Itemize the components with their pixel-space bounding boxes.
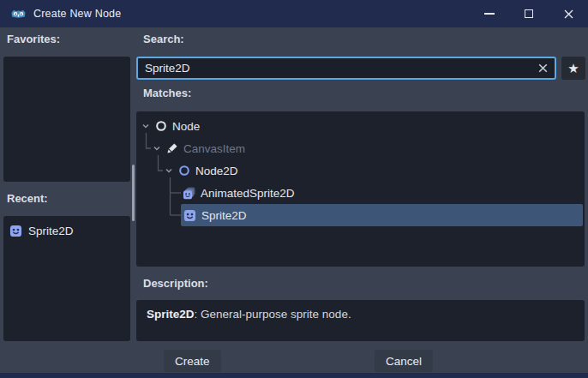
- maximize-icon: [525, 9, 533, 18]
- matches-tree: Node CanvasItem Node2D: [136, 111, 585, 267]
- favorites-list: [3, 57, 130, 182]
- recent-item-sprite2d[interactable]: Sprite2D: [3, 216, 130, 240]
- canvas-item-icon: [166, 142, 178, 154]
- node-icon: [155, 120, 167, 132]
- animated-sprite2d-icon: [183, 187, 195, 200]
- cancel-button[interactable]: Cancel: [375, 350, 433, 372]
- sprite2d-icon: [183, 209, 196, 222]
- titlebar: Create New Node: [0, 0, 588, 27]
- clear-search-icon[interactable]: [537, 63, 549, 74]
- chevron-down-icon[interactable]: [153, 144, 161, 153]
- window-title: Create New Node: [33, 8, 121, 20]
- tree-item-label: AnimatedSprite2D: [201, 187, 295, 200]
- recent-label: Recent:: [7, 192, 48, 205]
- description-class-name: Sprite2D: [147, 308, 195, 321]
- window-controls: [470, 0, 588, 27]
- panel-splitter-handle[interactable]: [132, 165, 135, 221]
- tree-item-label: Node2D: [195, 165, 238, 177]
- matches-label: Matches:: [143, 87, 191, 99]
- tree-item-sprite2d-selected[interactable]: Sprite2D: [181, 204, 583, 226]
- godot-logo-icon: [10, 7, 27, 21]
- description-label: Description:: [143, 277, 208, 290]
- favorites-label: Favorites:: [7, 33, 60, 45]
- tree-item-label: Node: [172, 120, 200, 133]
- favorite-toggle-button[interactable]: ★: [561, 57, 585, 80]
- star-icon: ★: [567, 62, 579, 75]
- description-text: Sprite2D: General-purpose sprite node.: [136, 300, 585, 328]
- close-icon: [563, 9, 574, 20]
- tree-item-node[interactable]: Node: [136, 115, 583, 137]
- window-bottom-border: [0, 373, 588, 378]
- description-panel: Sprite2D: General-purpose sprite node.: [136, 300, 585, 341]
- recent-list: Sprite2D: [3, 216, 130, 341]
- maximize-button[interactable]: [509, 0, 549, 27]
- description-body: : General-purpose sprite node.: [195, 308, 351, 321]
- node2d-icon: [178, 165, 190, 177]
- tree-item-canvasitem[interactable]: CanvasItem: [136, 137, 583, 159]
- close-button[interactable]: [549, 0, 588, 27]
- sprite2d-icon: [9, 225, 22, 237]
- create-new-node-dialog: Create New Node Favorites: Recent: Sprit…: [0, 0, 588, 378]
- minimize-icon: [484, 13, 495, 15]
- minimize-button[interactable]: [470, 0, 509, 27]
- chevron-down-icon[interactable]: [165, 166, 173, 175]
- chevron-down-icon[interactable]: [141, 122, 150, 130]
- tree-item-label: CanvasItem: [183, 142, 245, 155]
- search-input[interactable]: [136, 57, 556, 80]
- search-box: [136, 57, 556, 80]
- recent-item-label: Sprite2D: [28, 225, 74, 237]
- search-label: Search:: [143, 33, 184, 45]
- create-button[interactable]: Create: [164, 350, 221, 372]
- tree-item-animatedsprite2d[interactable]: AnimatedSprite2D: [136, 182, 583, 204]
- tree-item-label: Sprite2D: [201, 209, 247, 222]
- tree-item-node2d[interactable]: Node2D: [136, 159, 583, 182]
